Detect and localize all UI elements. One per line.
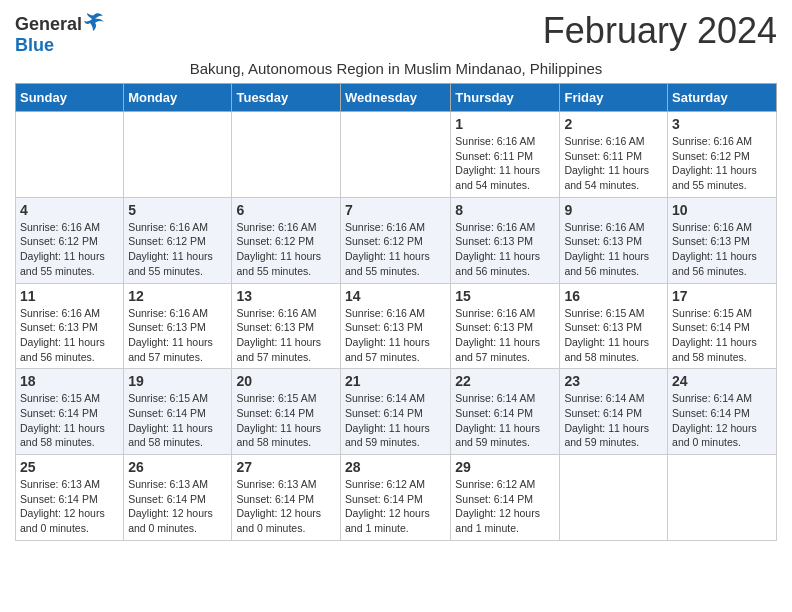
day-info: Sunrise: 6:16 AM Sunset: 6:13 PM Dayligh…: [128, 306, 227, 365]
day-number: 1: [455, 116, 555, 132]
day-number: 6: [236, 202, 336, 218]
day-info: Sunrise: 6:16 AM Sunset: 6:13 PM Dayligh…: [672, 220, 772, 279]
day-info: Sunrise: 6:15 AM Sunset: 6:13 PM Dayligh…: [564, 306, 663, 365]
week-row-5: 25Sunrise: 6:13 AM Sunset: 6:14 PM Dayli…: [16, 455, 777, 541]
calendar-cell: 1Sunrise: 6:16 AM Sunset: 6:11 PM Daylig…: [451, 112, 560, 198]
calendar-cell: 3Sunrise: 6:16 AM Sunset: 6:12 PM Daylig…: [668, 112, 777, 198]
day-info: Sunrise: 6:15 AM Sunset: 6:14 PM Dayligh…: [236, 391, 336, 450]
day-info: Sunrise: 6:16 AM Sunset: 6:13 PM Dayligh…: [20, 306, 119, 365]
calendar-cell: [560, 455, 668, 541]
calendar-cell: 14Sunrise: 6:16 AM Sunset: 6:13 PM Dayli…: [341, 283, 451, 369]
day-number: 27: [236, 459, 336, 475]
calendar-cell: 2Sunrise: 6:16 AM Sunset: 6:11 PM Daylig…: [560, 112, 668, 198]
day-info: Sunrise: 6:16 AM Sunset: 6:12 PM Dayligh…: [128, 220, 227, 279]
day-number: 4: [20, 202, 119, 218]
day-info: Sunrise: 6:14 AM Sunset: 6:14 PM Dayligh…: [345, 391, 446, 450]
week-row-3: 11Sunrise: 6:16 AM Sunset: 6:13 PM Dayli…: [16, 283, 777, 369]
calendar-cell: [341, 112, 451, 198]
day-number: 22: [455, 373, 555, 389]
day-header-monday: Monday: [124, 84, 232, 112]
day-info: Sunrise: 6:13 AM Sunset: 6:14 PM Dayligh…: [236, 477, 336, 536]
day-info: Sunrise: 6:16 AM Sunset: 6:12 PM Dayligh…: [236, 220, 336, 279]
logo-general-text: General: [15, 14, 82, 35]
day-header-saturday: Saturday: [668, 84, 777, 112]
day-number: 11: [20, 288, 119, 304]
day-number: 28: [345, 459, 446, 475]
calendar-cell: 7Sunrise: 6:16 AM Sunset: 6:12 PM Daylig…: [341, 197, 451, 283]
day-info: Sunrise: 6:14 AM Sunset: 6:14 PM Dayligh…: [672, 391, 772, 450]
calendar-cell: 19Sunrise: 6:15 AM Sunset: 6:14 PM Dayli…: [124, 369, 232, 455]
day-info: Sunrise: 6:15 AM Sunset: 6:14 PM Dayligh…: [128, 391, 227, 450]
calendar-cell: 27Sunrise: 6:13 AM Sunset: 6:14 PM Dayli…: [232, 455, 341, 541]
day-header-wednesday: Wednesday: [341, 84, 451, 112]
calendar-cell: 26Sunrise: 6:13 AM Sunset: 6:14 PM Dayli…: [124, 455, 232, 541]
day-number: 3: [672, 116, 772, 132]
day-info: Sunrise: 6:16 AM Sunset: 6:13 PM Dayligh…: [455, 306, 555, 365]
day-number: 8: [455, 202, 555, 218]
logo-blue-text: Blue: [15, 35, 54, 56]
day-info: Sunrise: 6:16 AM Sunset: 6:13 PM Dayligh…: [455, 220, 555, 279]
day-info: Sunrise: 6:16 AM Sunset: 6:12 PM Dayligh…: [672, 134, 772, 193]
day-info: Sunrise: 6:16 AM Sunset: 6:13 PM Dayligh…: [236, 306, 336, 365]
week-row-2: 4Sunrise: 6:16 AM Sunset: 6:12 PM Daylig…: [16, 197, 777, 283]
day-header-friday: Friday: [560, 84, 668, 112]
day-info: Sunrise: 6:16 AM Sunset: 6:11 PM Dayligh…: [564, 134, 663, 193]
week-row-4: 18Sunrise: 6:15 AM Sunset: 6:14 PM Dayli…: [16, 369, 777, 455]
calendar-cell: 10Sunrise: 6:16 AM Sunset: 6:13 PM Dayli…: [668, 197, 777, 283]
calendar-cell: 22Sunrise: 6:14 AM Sunset: 6:14 PM Dayli…: [451, 369, 560, 455]
calendar-cell: 28Sunrise: 6:12 AM Sunset: 6:14 PM Dayli…: [341, 455, 451, 541]
header: General Blue February 2024: [15, 10, 777, 56]
day-header-tuesday: Tuesday: [232, 84, 341, 112]
day-number: 9: [564, 202, 663, 218]
calendar-cell: 25Sunrise: 6:13 AM Sunset: 6:14 PM Dayli…: [16, 455, 124, 541]
calendar-cell: 21Sunrise: 6:14 AM Sunset: 6:14 PM Dayli…: [341, 369, 451, 455]
day-info: Sunrise: 6:12 AM Sunset: 6:14 PM Dayligh…: [345, 477, 446, 536]
day-number: 5: [128, 202, 227, 218]
day-number: 25: [20, 459, 119, 475]
day-number: 10: [672, 202, 772, 218]
calendar-cell: [16, 112, 124, 198]
calendar-cell: 11Sunrise: 6:16 AM Sunset: 6:13 PM Dayli…: [16, 283, 124, 369]
day-info: Sunrise: 6:14 AM Sunset: 6:14 PM Dayligh…: [455, 391, 555, 450]
day-number: 14: [345, 288, 446, 304]
logo: General Blue: [15, 10, 105, 56]
day-info: Sunrise: 6:15 AM Sunset: 6:14 PM Dayligh…: [20, 391, 119, 450]
calendar-cell: [232, 112, 341, 198]
calendar-cell: 8Sunrise: 6:16 AM Sunset: 6:13 PM Daylig…: [451, 197, 560, 283]
day-number: 7: [345, 202, 446, 218]
calendar-cell: 6Sunrise: 6:16 AM Sunset: 6:12 PM Daylig…: [232, 197, 341, 283]
calendar-cell: 12Sunrise: 6:16 AM Sunset: 6:13 PM Dayli…: [124, 283, 232, 369]
title-area: February 2024: [543, 10, 777, 52]
day-info: Sunrise: 6:16 AM Sunset: 6:13 PM Dayligh…: [564, 220, 663, 279]
day-info: Sunrise: 6:13 AM Sunset: 6:14 PM Dayligh…: [128, 477, 227, 536]
calendar-cell: [668, 455, 777, 541]
week-row-1: 1Sunrise: 6:16 AM Sunset: 6:11 PM Daylig…: [16, 112, 777, 198]
calendar-cell: 15Sunrise: 6:16 AM Sunset: 6:13 PM Dayli…: [451, 283, 560, 369]
day-info: Sunrise: 6:16 AM Sunset: 6:13 PM Dayligh…: [345, 306, 446, 365]
day-info: Sunrise: 6:14 AM Sunset: 6:14 PM Dayligh…: [564, 391, 663, 450]
calendar-cell: 24Sunrise: 6:14 AM Sunset: 6:14 PM Dayli…: [668, 369, 777, 455]
calendar-cell: 29Sunrise: 6:12 AM Sunset: 6:14 PM Dayli…: [451, 455, 560, 541]
day-number: 16: [564, 288, 663, 304]
day-info: Sunrise: 6:16 AM Sunset: 6:12 PM Dayligh…: [20, 220, 119, 279]
day-number: 24: [672, 373, 772, 389]
calendar-cell: 13Sunrise: 6:16 AM Sunset: 6:13 PM Dayli…: [232, 283, 341, 369]
day-info: Sunrise: 6:15 AM Sunset: 6:14 PM Dayligh…: [672, 306, 772, 365]
day-number: 17: [672, 288, 772, 304]
day-number: 18: [20, 373, 119, 389]
day-number: 12: [128, 288, 227, 304]
day-number: 26: [128, 459, 227, 475]
calendar-cell: [124, 112, 232, 198]
day-info: Sunrise: 6:12 AM Sunset: 6:14 PM Dayligh…: [455, 477, 555, 536]
calendar-cell: 5Sunrise: 6:16 AM Sunset: 6:12 PM Daylig…: [124, 197, 232, 283]
days-header-row: SundayMondayTuesdayWednesdayThursdayFrid…: [16, 84, 777, 112]
day-number: 13: [236, 288, 336, 304]
day-number: 23: [564, 373, 663, 389]
day-info: Sunrise: 6:16 AM Sunset: 6:12 PM Dayligh…: [345, 220, 446, 279]
day-header-thursday: Thursday: [451, 84, 560, 112]
logo-bird-icon: [83, 11, 105, 33]
main-title: February 2024: [543, 10, 777, 52]
day-number: 21: [345, 373, 446, 389]
calendar-cell: 17Sunrise: 6:15 AM Sunset: 6:14 PM Dayli…: [668, 283, 777, 369]
day-info: Sunrise: 6:13 AM Sunset: 6:14 PM Dayligh…: [20, 477, 119, 536]
